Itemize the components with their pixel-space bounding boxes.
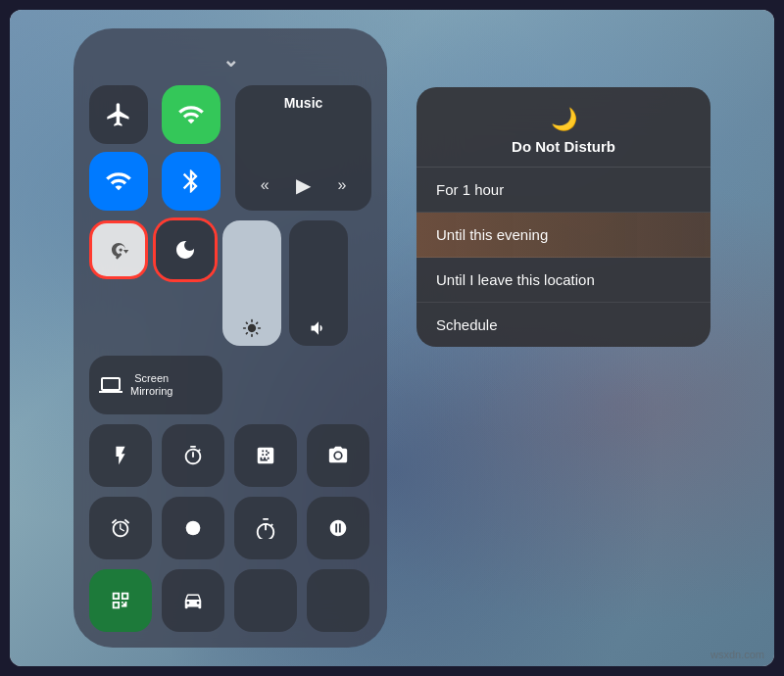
control-center-panel: Music « ▶ » [74, 28, 387, 648]
qr-code-button[interactable] [89, 569, 152, 632]
music-panel: Music « ▶ » [235, 85, 371, 211]
svg-point-0 [335, 453, 341, 459]
volume-placeholder [305, 356, 364, 414]
dnd-header: 🌙 Do Not Disturb [416, 87, 710, 168]
timer-button[interactable] [162, 424, 224, 487]
alarm-button[interactable] [89, 497, 152, 559]
qr-code-icon [110, 590, 131, 611]
dnd-option-schedule[interactable]: Schedule [416, 303, 710, 347]
car-icon [182, 590, 204, 611]
camera-button[interactable] [307, 424, 369, 487]
flashlight-button[interactable] [89, 424, 152, 487]
moon-icon [173, 238, 197, 262]
airplane-icon [105, 101, 132, 128]
bluetooth-button[interactable] [162, 152, 220, 211]
dnd-moon-icon: 🌙 [551, 107, 577, 132]
middle-row [89, 220, 371, 346]
do-not-disturb-button[interactable] [156, 220, 215, 279]
dnd-options-list: For 1 hour Until this evening Until I le… [416, 168, 710, 347]
icons-row-3 [89, 569, 371, 632]
stopwatch-icon [255, 517, 276, 539]
dnd-option-until-evening[interactable]: Until this evening [416, 213, 710, 258]
calculator-icon [255, 445, 276, 466]
brightness-icon [242, 318, 262, 338]
alarm-icon [110, 517, 131, 539]
music-controls: « ▶ » [247, 169, 360, 201]
flashlight-icon [110, 445, 131, 466]
carplay-button[interactable] [162, 569, 224, 632]
bluetooth-icon [177, 168, 205, 195]
calculator-button[interactable] [234, 424, 297, 487]
voice-memos-button[interactable] [307, 497, 369, 559]
dnd-option-1-hour[interactable]: For 1 hour [416, 168, 710, 213]
empty-btn-3 [234, 569, 297, 632]
stopwatch-button[interactable] [234, 497, 297, 559]
orientation-lock-button[interactable] [89, 220, 148, 279]
top-row: Music « ▶ » [89, 85, 371, 211]
cellular-button[interactable] [162, 85, 220, 144]
brightness-slider[interactable] [222, 220, 281, 346]
record-icon [182, 517, 204, 539]
dnd-panel: 🌙 Do Not Disturb For 1 hour Until this e… [416, 87, 710, 347]
camera-icon [327, 445, 349, 466]
empty-btn-4 [307, 569, 369, 632]
forward-button[interactable]: » [333, 172, 350, 198]
volume-icon [309, 318, 328, 338]
volume-slider[interactable] [289, 220, 348, 346]
chevron-down-icon[interactable] [89, 48, 371, 72]
orientation-lock-icon [106, 237, 131, 263]
connectivity-grid [89, 85, 225, 211]
rewind-button[interactable]: « [257, 172, 273, 198]
svg-point-1 [186, 521, 201, 536]
dnd-title: Do Not Disturb [512, 138, 615, 155]
screen-row: ScreenMirroring [89, 356, 371, 414]
screen-mirroring-label: ScreenMirroring [130, 372, 172, 398]
timer-icon [182, 445, 204, 466]
icons-row-1 [89, 424, 371, 487]
wifi-button[interactable] [89, 152, 148, 211]
icons-row-2 [89, 497, 371, 559]
airplane-button[interactable] [89, 85, 148, 144]
screen-mirroring-button[interactable]: ScreenMirroring [89, 356, 222, 414]
brightness-placeholder [230, 356, 289, 414]
music-title: Music [247, 95, 360, 111]
dnd-option-leave-location[interactable]: Until I leave this location [416, 258, 710, 303]
content-wrapper: Music « ▶ » [54, 10, 730, 666]
record-button[interactable] [162, 497, 224, 559]
screen-mirroring-icon [99, 373, 122, 397]
play-button[interactable]: ▶ [292, 169, 315, 201]
voice-memos-icon [327, 517, 349, 539]
cellular-icon [177, 101, 205, 128]
screenshot-container: Music « ▶ » [10, 10, 774, 666]
wifi-icon [105, 168, 132, 195]
